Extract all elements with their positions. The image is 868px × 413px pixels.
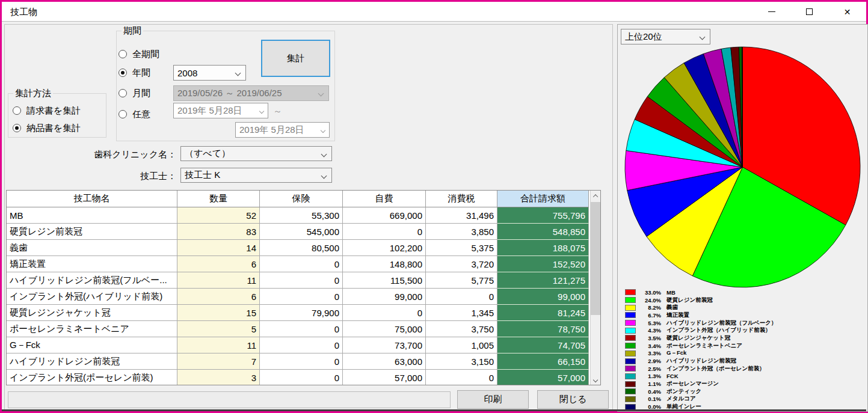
table-cell[interactable]: 548,850 [497,224,589,240]
table-cell[interactable]: 52 [177,207,260,224]
table-cell[interactable]: 11 [177,337,260,353]
table-cell[interactable]: 硬質レジン前装冠 [7,224,177,240]
close-button[interactable]: ✕ [828,2,866,22]
table-cell[interactable]: 0 [426,289,497,305]
table-row[interactable]: 硬質レジンジャケット冠1579,90001,34581,245 [7,305,590,321]
table-cell[interactable]: 79,900 [260,305,343,321]
radio-aggregate-delivery-slips[interactable]: 納品書を集計 [13,120,81,136]
table-cell[interactable]: 99,000 [497,289,589,305]
table-cell[interactable]: 102,200 [343,240,426,256]
table-cell[interactable]: 0 [343,224,426,240]
table-cell[interactable]: 1,345 [426,305,497,321]
scroll-up-button[interactable] [591,191,600,201]
table-cell[interactable]: 31,496 [426,207,497,224]
table-row[interactable]: ハイブリッドレジン前装冠(フルベー...110115,5005,775121,2… [7,272,590,289]
radio-all-period[interactable]: 全期間 [119,46,159,62]
maximize-button[interactable] [790,2,828,22]
table-cell[interactable]: インプラント外冠(ハイブリッド前装) [7,289,177,305]
table-cell[interactable]: 83 [177,224,260,240]
table-cell[interactable]: 57,000 [343,370,426,385]
table-cell[interactable]: 矯正装置 [7,256,177,272]
table-cell[interactable]: 0 [343,305,426,321]
table-cell[interactable]: G－Fck [7,337,177,353]
table-cell[interactable]: 148,800 [343,256,426,272]
table-cell[interactable]: ポーセレンラミネートベニア [7,321,177,337]
table-cell[interactable]: 80,500 [260,240,343,256]
date-from-picker[interactable]: 2019年 5月28日 [173,103,268,118]
radio-aggregate-invoices[interactable]: 請求書を集計 [13,103,81,118]
table-cell[interactable]: 0 [260,353,343,370]
table-cell[interactable]: 0 [260,337,343,353]
table-cell[interactable]: 115,500 [343,272,426,289]
minimize-button[interactable] [753,2,790,22]
table-cell[interactable]: 152,520 [497,256,589,272]
table-row[interactable]: 矯正装置60148,8003,720152,520 [7,256,590,272]
table-cell[interactable]: 6 [177,289,260,305]
table-cell[interactable]: 3,750 [426,321,497,337]
close-dialog-button[interactable]: 閉じる [537,390,609,409]
table-scrollbar[interactable] [590,191,600,385]
table-cell[interactable]: 55,300 [260,207,343,224]
table-cell[interactable]: 188,075 [497,240,589,256]
radio-custom-range[interactable]: 任意 [119,106,150,122]
table-cell[interactable]: 57,000 [497,370,589,385]
year-select[interactable]: 2008 [173,65,246,81]
table-row[interactable]: G－Fck11073,7001,00574,705 [7,337,590,353]
table-cell[interactable]: 5,375 [426,240,497,256]
table-cell[interactable]: 3 [177,370,260,385]
table-cell[interactable]: 硬質レジンジャケット冠 [7,305,177,321]
radio-monthly[interactable]: 月間 [119,85,150,101]
clinic-select[interactable]: （すべて） [180,146,332,161]
column-header[interactable]: 保険 [260,191,343,207]
scrollbar-thumb[interactable] [591,202,600,315]
table-cell[interactable]: 6 [177,256,260,272]
table-row[interactable]: ハイブリッドレジン前装冠7063,0003,15066,150 [7,353,590,370]
table-row[interactable]: 硬質レジン前装冠83545,00003,850548,850 [7,224,590,240]
table-row[interactable]: MB5255,300669,00031,496755,796 [7,207,590,224]
table-cell[interactable]: 73,700 [343,337,426,353]
table-row[interactable]: 義歯1480,500102,2005,375188,075 [7,240,590,256]
table-cell[interactable]: 81,245 [497,305,589,321]
table-cell[interactable]: 15 [177,305,260,321]
date-to-picker[interactable]: 2019年 5月28日 [235,122,330,138]
table-cell[interactable]: 74,705 [497,337,589,353]
table-cell[interactable]: 99,000 [343,289,426,305]
table-cell[interactable]: 5,775 [426,272,497,289]
month-range-select[interactable]: 2019/05/26 ～ 2019/06/25 [173,85,329,101]
table-cell[interactable]: 0 [260,289,343,305]
rank-select[interactable]: 上位20位 [621,29,710,44]
aggregate-button[interactable]: 集計 [261,40,330,77]
table-row[interactable]: インプラント外冠(ポーセレン前装)3057,000057,000 [7,370,590,385]
table-cell[interactable]: 3,720 [426,256,497,272]
table-cell[interactable]: インプラント外冠(ポーセレン前装) [7,370,177,385]
table-cell[interactable]: 0 [260,272,343,289]
table-cell[interactable]: 75,000 [343,321,426,337]
column-header[interactable]: 数量 [177,191,260,207]
column-header[interactable]: 技工物名 [7,191,177,207]
column-header[interactable]: 消費税 [426,191,497,207]
table-cell[interactable]: 5 [177,321,260,337]
table-cell[interactable]: 義歯 [7,240,177,256]
table-cell[interactable]: 7 [177,353,260,370]
table-cell[interactable]: 1,005 [426,337,497,353]
scroll-down-button[interactable] [591,375,600,385]
table-cell[interactable]: 63,000 [343,353,426,370]
table-cell[interactable]: 3,150 [426,353,497,370]
table-cell[interactable]: 14 [177,240,260,256]
table-cell[interactable]: 545,000 [260,224,343,240]
table-cell[interactable]: ハイブリッドレジン前装冠(フルベー... [7,272,177,289]
table-cell[interactable]: 78,750 [497,321,589,337]
radio-yearly[interactable]: 年間 [119,65,150,81]
table-cell[interactable]: 0 [260,321,343,337]
table-row[interactable]: ポーセレンラミネートベニア5075,0003,75078,750 [7,321,590,337]
technician-select[interactable]: 技工士 K [180,168,332,183]
table-cell[interactable]: 0 [260,256,343,272]
table-cell[interactable]: 121,275 [497,272,589,289]
column-header[interactable]: 自費 [343,191,426,207]
table-cell[interactable]: 755,796 [497,207,589,224]
table-cell[interactable]: ハイブリッドレジン前装冠 [7,353,177,370]
table-cell[interactable]: 66,150 [497,353,589,370]
table-cell[interactable]: 0 [426,370,497,385]
column-header[interactable]: 合計請求額 [497,191,589,207]
table-cell[interactable]: 669,000 [343,207,426,224]
